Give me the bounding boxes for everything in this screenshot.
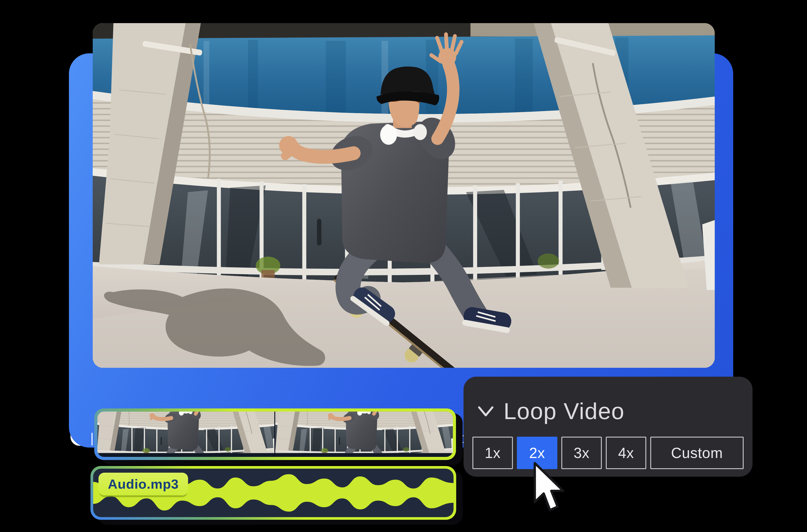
loop-option[interactable]: 1x: [472, 437, 513, 469]
timeline-tick: [91, 433, 93, 445]
timeline-audio-clip[interactable]: Audio.mp3: [91, 466, 456, 520]
loop-panel-header[interactable]: Loop Video: [478, 398, 624, 424]
loop-video-panel: Loop Video 1x 2x 3x 4x Custom: [464, 377, 753, 477]
loop-panel-title: Loop Video: [504, 398, 624, 424]
video-thumbnail-2: [275, 412, 453, 457]
loop-option[interactable]: 3x: [561, 437, 602, 469]
page-background: 00:00 00:01 00:02 00:03 00:04: [0, 0, 807, 532]
loop-option[interactable]: 4x: [606, 437, 646, 469]
skateboarder-video-frame: [93, 23, 715, 368]
mouse-pointer-icon: [531, 462, 565, 515]
loop-option[interactable]: Custom: [650, 437, 744, 469]
audio-clip-label: Audio.mp3: [98, 473, 188, 495]
chevron-down-icon[interactable]: [478, 405, 494, 417]
video-thumbnail-1: [97, 412, 275, 457]
loop-options-group: 1x 2x 3x 4x Custom: [472, 437, 744, 469]
timeline-video-clip[interactable]: [94, 408, 456, 460]
video-preview: [93, 23, 715, 368]
